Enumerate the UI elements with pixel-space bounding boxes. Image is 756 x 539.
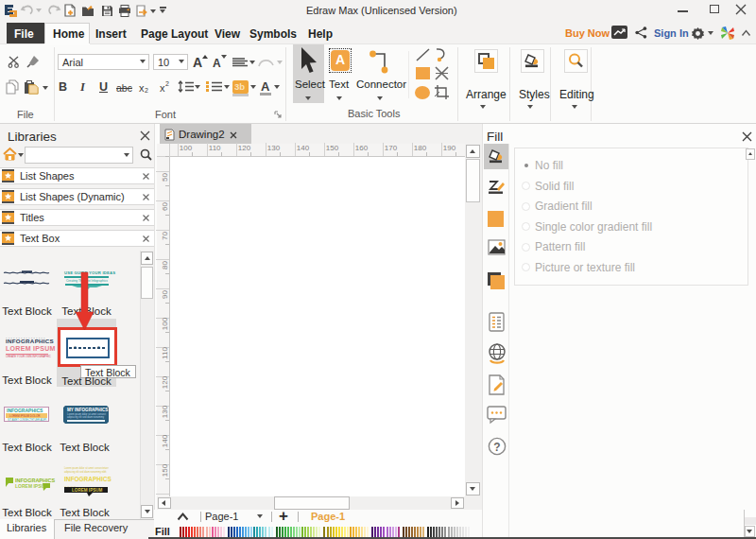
svg-text:?: ? [493, 441, 500, 454]
